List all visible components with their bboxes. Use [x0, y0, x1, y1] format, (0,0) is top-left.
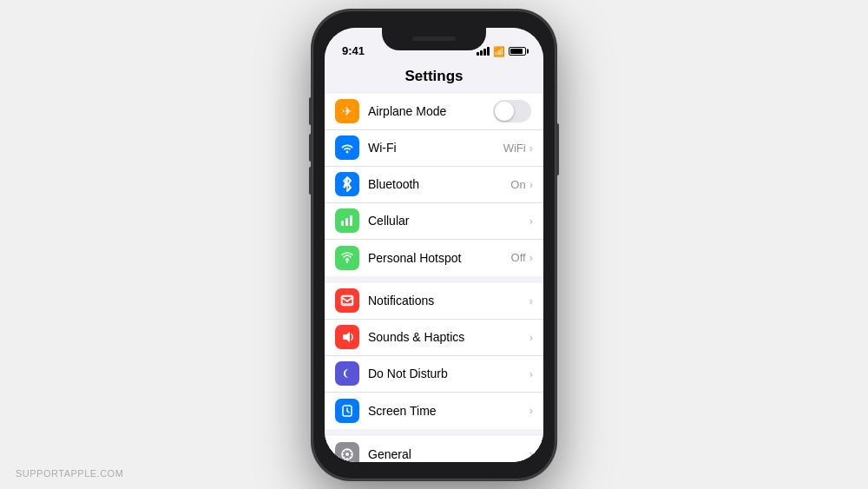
do-not-disturb-icon — [335, 361, 359, 386]
settings-content: Settings ✈ Airplane Mode — [325, 61, 543, 462]
settings-group-3: General › — [325, 436, 543, 462]
svg-point-13 — [345, 453, 349, 456]
phone-frame: 9:41 📶 Settings — [312, 10, 556, 479]
general-row[interactable]: General › — [325, 436, 543, 462]
status-time: 9:41 — [342, 44, 365, 57]
general-label: General — [368, 447, 529, 461]
status-icons: 📶 — [477, 46, 526, 57]
watermark: SUPPORTAPPLE.COM — [16, 468, 123, 479]
svg-line-20 — [350, 456, 351, 457]
bluetooth-row[interactable]: Bluetooth On › — [325, 167, 543, 203]
bluetooth-label: Bluetooth — [368, 177, 510, 191]
do-not-disturb-chevron: › — [529, 367, 533, 380]
general-icon — [335, 442, 359, 462]
cellular-label: Cellular — [368, 214, 529, 228]
notifications-chevron: › — [529, 294, 533, 307]
sounds-haptics-icon — [335, 325, 359, 349]
do-not-disturb-row[interactable]: Do Not Disturb › — [325, 356, 543, 393]
cellular-icon — [335, 208, 359, 233]
notifications-row[interactable]: Notifications › — [325, 283, 543, 320]
signal-icon — [477, 47, 490, 56]
screen-time-row[interactable]: Screen Time › — [325, 393, 543, 429]
notifications-label: Notifications — [368, 294, 529, 307]
airplane-mode-label: Airplane Mode — [368, 104, 493, 118]
bluetooth-chevron: › — [529, 178, 533, 191]
do-not-disturb-label: Do Not Disturb — [368, 367, 529, 380]
svg-rect-3 — [345, 218, 348, 226]
speaker — [412, 36, 456, 41]
svg-line-19 — [344, 450, 345, 451]
sounds-haptics-row[interactable]: Sounds & Haptics › — [325, 320, 543, 356]
airplane-mode-icon: ✈ — [335, 99, 359, 123]
wifi-chevron: › — [529, 142, 533, 155]
svg-marker-9 — [343, 332, 350, 342]
scene: 9:41 📶 Settings — [0, 0, 868, 489]
settings-group-2: Notifications › Sounds & Haptics › — [325, 283, 543, 429]
screen-time-label: Screen Time — [368, 404, 529, 418]
wifi-status-icon: 📶 — [493, 46, 505, 57]
notifications-icon — [335, 288, 359, 313]
notch — [382, 28, 486, 50]
personal-hotspot-label: Personal Hotspot — [368, 251, 511, 265]
svg-line-22 — [344, 456, 345, 457]
personal-hotspot-value: Off — [511, 251, 526, 264]
screen-time-icon — [335, 399, 359, 423]
personal-hotspot-icon — [335, 246, 359, 270]
svg-rect-2 — [341, 221, 344, 226]
screen-time-chevron: › — [529, 404, 533, 417]
bluetooth-icon — [335, 172, 359, 196]
bluetooth-value: On — [510, 178, 525, 191]
battery-icon — [509, 47, 526, 56]
sounds-haptics-chevron: › — [529, 331, 533, 344]
wifi-icon — [335, 135, 359, 160]
svg-point-5 — [345, 258, 349, 261]
settings-group-1: ✈ Airplane Mode — [325, 94, 543, 276]
airplane-mode-row[interactable]: ✈ Airplane Mode — [325, 94, 543, 130]
wifi-row[interactable]: Wi-Fi WiFi › — [325, 130, 543, 167]
svg-line-21 — [350, 450, 351, 451]
general-chevron: › — [529, 447, 533, 460]
cellular-chevron: › — [529, 215, 533, 228]
cellular-row[interactable]: Cellular › — [325, 203, 543, 240]
svg-rect-4 — [350, 215, 352, 226]
airplane-mode-toggle[interactable] — [493, 100, 531, 122]
personal-hotspot-row[interactable]: Personal Hotspot Off › — [325, 240, 543, 276]
wifi-value: WiFi — [503, 142, 526, 155]
settings-title: Settings — [325, 61, 543, 94]
sounds-haptics-label: Sounds & Haptics — [368, 330, 529, 344]
wifi-label: Wi-Fi — [368, 141, 503, 155]
phone-screen: 9:41 📶 Settings — [325, 28, 543, 462]
svg-rect-7 — [342, 296, 352, 304]
svg-line-12 — [347, 411, 349, 413]
personal-hotspot-chevron: › — [529, 251, 533, 264]
